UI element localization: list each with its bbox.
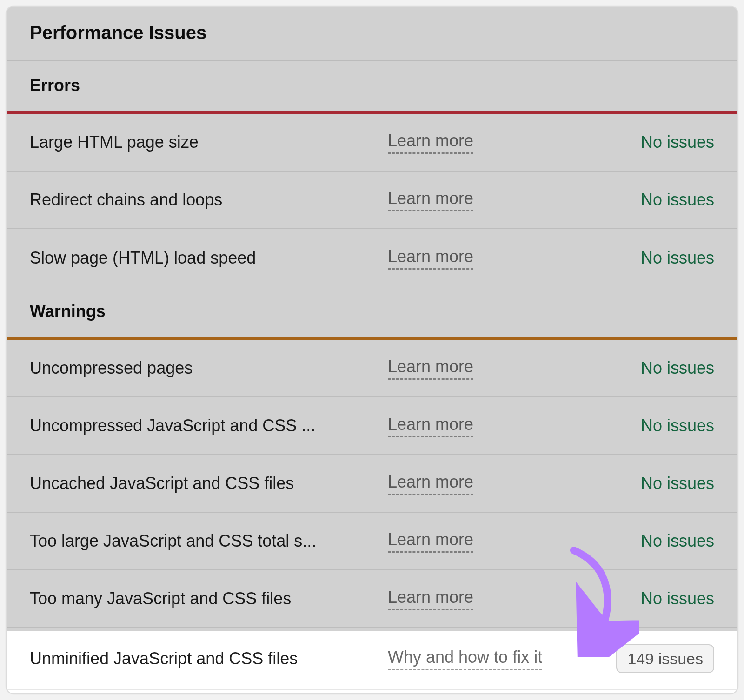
issue-name: Slow page (HTML) load speed (30, 248, 388, 268)
issue-name: Large HTML page size (30, 132, 388, 152)
issue-status: No issues (641, 190, 714, 210)
issue-row: Too many JavaScript and CSS files Learn … (7, 570, 737, 628)
issue-name: Too large JavaScript and CSS total s... (30, 531, 388, 551)
learn-more-link[interactable]: Learn more (388, 588, 473, 610)
issue-row: Too large JavaScript and CSS total s... … (7, 513, 737, 570)
issue-status: No issues (641, 132, 714, 152)
learn-more-link[interactable]: Learn more (388, 247, 473, 270)
issue-row: Uncompressed pages Learn more No issues (7, 340, 737, 397)
learn-more-link[interactable]: Learn more (388, 357, 473, 380)
performance-issues-panel: Performance Issues Errors Large HTML pag… (6, 6, 738, 694)
issue-name: Uncompressed pages (30, 358, 388, 378)
issue-status: No issues (641, 248, 714, 268)
issue-status: No issues (641, 531, 714, 551)
issue-row: Redirect chains and loops Learn more No … (7, 172, 737, 229)
issue-name: Uncompressed JavaScript and CSS ... (30, 416, 388, 436)
issue-status: No issues (641, 358, 714, 378)
issue-name: Too many JavaScript and CSS files (30, 589, 388, 608)
panel-title: Performance Issues (7, 7, 737, 61)
issue-name: Uncached JavaScript and CSS files (30, 474, 388, 493)
issue-row: Large HTML page size Learn more No issue… (7, 114, 737, 172)
learn-more-link[interactable]: Learn more (388, 472, 473, 495)
issue-status: No issues (641, 589, 714, 608)
section-header-warnings: Warnings (7, 287, 737, 337)
issue-status: No issues (641, 416, 714, 436)
issue-row: Slow page (HTML) load speed Learn more N… (7, 229, 737, 287)
section-header-errors: Errors (7, 61, 737, 111)
learn-more-link[interactable]: Learn more (388, 530, 473, 553)
learn-more-link[interactable]: Learn more (388, 415, 473, 437)
issue-row: Uncached JavaScript and CSS files Learn … (7, 455, 737, 513)
issues-count-button[interactable]: 149 issues (616, 644, 714, 673)
issue-row-highlight: Unminified JavaScript and CSS files Why … (7, 628, 737, 690)
issue-name: Unminified JavaScript and CSS files (30, 649, 388, 668)
issue-row: Uncompressed JavaScript and CSS ... Lear… (7, 397, 737, 455)
issue-name: Redirect chains and loops (30, 190, 388, 210)
learn-more-link[interactable]: Learn more (388, 189, 473, 211)
why-fix-link[interactable]: Why and how to fix it (388, 647, 542, 670)
issue-status: No issues (641, 474, 714, 493)
learn-more-link[interactable]: Learn more (388, 131, 473, 154)
